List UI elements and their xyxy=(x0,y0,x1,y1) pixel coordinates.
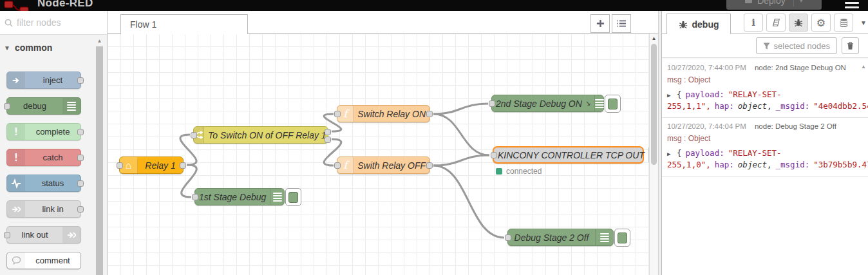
node-port-input[interactable] xyxy=(334,162,341,169)
flow-canvas[interactable]: ⌂ Relay 1 To Switch ON of OFF Relay 1 1s… xyxy=(108,33,658,275)
debug-enable-toggle[interactable] xyxy=(614,229,630,247)
deploy-button[interactable]: Deploy ▾ xyxy=(726,0,822,10)
node-function-swith-relay-off[interactable]: f Swith Relay OFF xyxy=(337,156,430,174)
node-port-output[interactable] xyxy=(426,111,433,117)
node-port-output-1[interactable] xyxy=(325,129,331,135)
message-json[interactable]: ▶ {payload:"RELAY-SET-255,1,1",hap:objec… xyxy=(667,89,854,112)
json-key: _msgid: xyxy=(776,160,810,169)
node-port-output[interactable] xyxy=(77,77,84,84)
palette-node-link-out[interactable]: link out xyxy=(6,226,81,243)
node-relay-1[interactable]: ⌂ Relay 1 xyxy=(119,156,184,174)
debug-list-icon xyxy=(62,98,80,114)
message-timestamp: 10/27/2020, 7:44:04 PM xyxy=(667,122,746,130)
flow-list-button[interactable] xyxy=(612,14,631,33)
tab-debug[interactable]: debug xyxy=(666,14,731,34)
debug-enable-toggle[interactable] xyxy=(605,95,621,113)
node-port-output[interactable] xyxy=(426,162,433,169)
node-port-input[interactable] xyxy=(505,234,511,241)
expand-caret-icon[interactable]: ▶ xyxy=(667,92,670,99)
trash-icon xyxy=(846,41,854,50)
scroll-up-icon[interactable]: ▲ xyxy=(650,35,658,41)
node-label: 1st Stage Debug xyxy=(195,189,270,205)
debug-filter-button[interactable]: selected nodes xyxy=(756,37,837,54)
debug-message[interactable]: 10/27/2020, 7:44:00 PM node: 2nd Stage D… xyxy=(662,59,868,118)
debug-message[interactable]: 10/27/2020, 7:44:04 PM node: Debug Stage… xyxy=(662,118,868,176)
sidebar-tabs-caret[interactable]: ▼ xyxy=(860,19,867,26)
main-menu-button[interactable] xyxy=(845,0,859,11)
config-tab-button[interactable]: ⚙ xyxy=(811,14,831,32)
context-tab-button[interactable] xyxy=(834,14,853,32)
send-indicator-icon: ↘ xyxy=(585,99,590,108)
node-port-output[interactable] xyxy=(77,180,84,187)
node-port-input[interactable] xyxy=(489,100,495,107)
node-port-input[interactable] xyxy=(491,152,497,158)
canvas-scrollbar[interactable]: ▲ xyxy=(649,33,658,275)
search-icon xyxy=(5,19,13,27)
json-object-value: object xyxy=(738,101,767,111)
canvas-scrollbar-thumb[interactable] xyxy=(651,44,657,165)
debug-enable-toggle[interactable] xyxy=(285,188,301,206)
node-port-input[interactable] xyxy=(191,132,197,138)
node-debug-2nd-stage-on[interactable]: 2nd Stage Debug ON ↘ xyxy=(491,95,604,112)
wire-fn-on-to-tcp[interactable] xyxy=(433,114,489,155)
inject-icon xyxy=(7,72,25,88)
palette-search-input[interactable] xyxy=(17,17,91,28)
palette-node-catch[interactable]: ! catch xyxy=(6,149,81,166)
json-key: payload: xyxy=(685,90,724,99)
node-switch-relay[interactable]: To Switch ON of OFF Relay 1 xyxy=(193,126,328,144)
node-port-input[interactable] xyxy=(334,111,341,117)
node-tcp-out-kincony[interactable]: KINCONY CONTROLLER TCP OUT xyxy=(493,146,644,164)
node-port-input[interactable] xyxy=(117,162,123,169)
info-tab-button[interactable]: i xyxy=(744,14,763,32)
message-source-node[interactable]: node: Debug Stage 2 Off xyxy=(755,122,836,130)
link-icon xyxy=(7,201,25,217)
node-port-input[interactable] xyxy=(4,232,10,238)
node-port-input[interactable] xyxy=(192,194,198,200)
palette-category-common[interactable]: ▼ common xyxy=(0,35,107,57)
deploy-options-caret[interactable]: ▾ xyxy=(793,0,803,6)
palette-node-label: inject xyxy=(25,72,80,88)
palette-node-link-in[interactable]: link in xyxy=(6,200,81,218)
palette-node-label: complete xyxy=(25,124,80,140)
node-debug-stage-2-off[interactable]: Debug Stage 2 Off xyxy=(507,229,614,246)
palette-scrollbar[interactable]: ▲ xyxy=(95,38,104,275)
messages-scroll-up-icon[interactable]: ▲ xyxy=(861,64,866,70)
help-tab-button[interactable] xyxy=(766,14,786,32)
palette-scrollbar-thumb[interactable] xyxy=(96,46,103,275)
message-source-node[interactable]: node: 2nd Stage Debug ON xyxy=(755,64,846,71)
node-port-output[interactable] xyxy=(77,206,84,213)
node-port-output-2[interactable] xyxy=(325,137,331,143)
node-port-output[interactable] xyxy=(77,155,84,161)
tab-flow-1[interactable]: Flow 1 xyxy=(120,14,248,34)
clear-messages-button[interactable] xyxy=(842,37,859,54)
wire-fn-off-to-tcp[interactable] xyxy=(433,155,489,166)
expand-caret-icon[interactable]: ▶ xyxy=(667,151,670,157)
node-port-output[interactable] xyxy=(180,162,186,169)
sidebar-resize-handle[interactable] xyxy=(658,11,662,275)
palette-node-complete[interactable]: ! complete xyxy=(6,123,81,140)
workspace: Flow 1 xyxy=(108,11,658,275)
node-label: Swith Relay OFF xyxy=(354,157,429,173)
add-flow-button[interactable] xyxy=(590,14,610,33)
scroll-up-icon[interactable]: ▲ xyxy=(95,38,104,44)
node-port-input[interactable] xyxy=(4,103,10,109)
wire-fn-on-to-debug2[interactable] xyxy=(433,104,488,114)
palette-node-status[interactable]: status xyxy=(6,175,81,192)
node-label: Debug Stage 2 Off xyxy=(508,229,595,245)
node-label: To Switch ON of OFF Relay 1 xyxy=(204,127,330,143)
sidebar-tabbar: debug i ⚙ xyxy=(662,11,868,33)
node-debug-1st-stage[interactable]: 1st Stage Debug xyxy=(194,188,285,205)
json-key: _msgid: xyxy=(776,101,810,111)
node-red-logo: Node-RED xyxy=(4,0,93,11)
comment-bubble-icon xyxy=(7,252,25,269)
palette-node-comment[interactable]: comment xyxy=(6,252,81,269)
node-function-switch-relay-on[interactable]: f Switch Relay ON xyxy=(337,105,430,122)
palette-node-debug[interactable]: debug xyxy=(6,97,81,115)
palette-node-inject[interactable]: inject xyxy=(6,71,81,89)
node-port-output[interactable] xyxy=(77,129,84,135)
debug-messages-panel[interactable]: 10/27/2020, 7:44:00 PM node: 2nd Stage D… xyxy=(662,59,868,275)
message-json[interactable]: ▶ {payload:"RELAY-SET-255,1,0",hap:objec… xyxy=(667,147,854,171)
wire-fn-off-to-debug3[interactable] xyxy=(433,166,504,238)
layers-stack-icon xyxy=(839,18,849,27)
debug-tab-button[interactable] xyxy=(789,14,808,32)
